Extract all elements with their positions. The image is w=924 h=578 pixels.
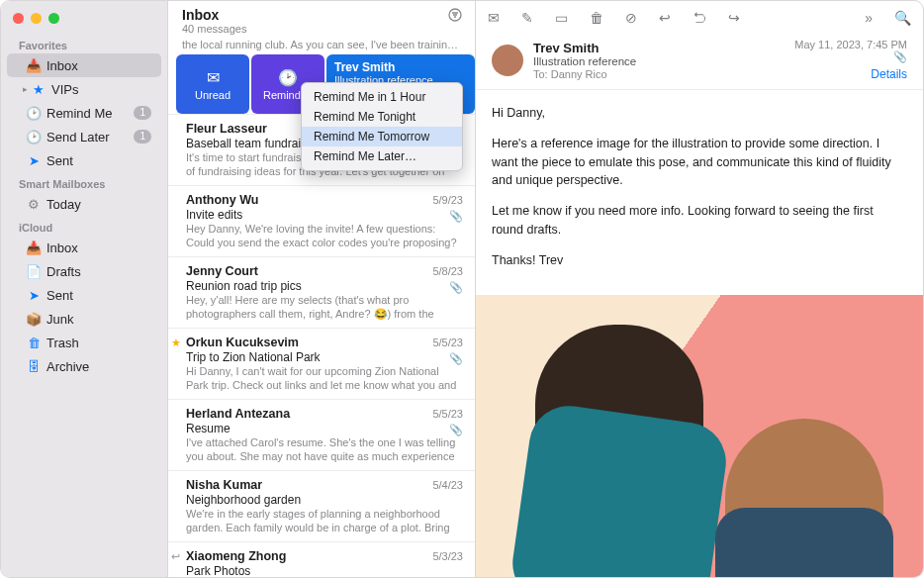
sidebar-item-label: VIPs [47, 82, 151, 97]
sidebar-item-drafts[interactable]: 📄Drafts [7, 259, 161, 283]
quick-action-row: ✉︎ Unread 🕑 Remind M Trev Smith Illustra… [168, 54, 475, 114]
paperclip-icon: 📎 [449, 281, 463, 294]
sidebar-item-inbox[interactable]: 📥Inbox [7, 53, 161, 77]
body-paragraph: Hi Danny, [492, 104, 907, 123]
sidebar-section-smart: Smart Mailboxes [1, 172, 167, 192]
archive-icon[interactable]: ▭ [555, 10, 568, 26]
window-controls [1, 5, 167, 34]
chevron-right-icon: ▸ [23, 84, 28, 94]
menu-item-remind-me-in-hour[interactable]: Remind Me in 1 Hour [302, 87, 462, 107]
count-badge: 1 [134, 130, 151, 144]
unread-tile[interactable]: ✉︎ Unread [176, 54, 249, 114]
truncated-preview: the local running club. As you can see, … [168, 39, 475, 54]
attachment-image[interactable] [476, 295, 923, 577]
message-list-pane: Inbox 40 messages the local running club… [168, 1, 476, 577]
sidebar-item-sent[interactable]: ➤Sent [7, 283, 161, 307]
sidebar-item-archive[interactable]: 🗄Archive [7, 354, 161, 378]
sidebar-item-label: Drafts [43, 264, 151, 279]
menu-item-remind-me-later-[interactable]: Remind Me Later… [302, 146, 462, 166]
more-icon[interactable]: » [865, 10, 873, 26]
sidebar-item-sent[interactable]: ➤Sent [7, 148, 161, 172]
gear-icon: ⚙︎ [25, 197, 43, 212]
sidebar-item-label: Today [43, 197, 151, 212]
sidebar-item-inbox[interactable]: 📥Inbox [7, 236, 161, 259]
junk-icon[interactable]: ⊘ [625, 10, 637, 26]
message-row[interactable]: Herland Antezana5/5/23ResumeI've attache… [168, 399, 475, 470]
sidebar-item-today[interactable]: ⚙︎Today [7, 192, 161, 216]
sidebar-section-favorites: Favorites [1, 34, 167, 53]
row-preview: Hey Danny, We're loving the invite! A fe… [186, 222, 463, 249]
reply-all-icon[interactable]: ⮌ [693, 10, 706, 26]
tray-icon: 📥 [25, 58, 43, 73]
search-icon[interactable]: 🔍 [894, 10, 911, 26]
row-date: 5/9/23 [432, 194, 463, 206]
row-subject: Resume [186, 422, 463, 435]
sidebar: Favorites 📥Inbox▸★VIPs🕑Remind Me1🕑Send L… [1, 1, 168, 577]
forward-icon[interactable]: ↪︎ [728, 10, 740, 26]
clock-icon: 🕑 [278, 68, 298, 87]
sidebar-item-vips[interactable]: ▸★VIPs [7, 77, 161, 101]
trash-icon[interactable]: 🗑 [590, 10, 603, 26]
body-paragraph: Thanks! Trev [492, 251, 907, 270]
paperclip-icon: 📎 [449, 424, 463, 436]
details-link[interactable]: Details [794, 67, 907, 81]
message-body: Hi Danny,Here's a reference image for th… [476, 90, 923, 295]
body-paragraph: Here's a reference image for the illustr… [492, 135, 907, 190]
message-row[interactable]: Nisha Kumar5/4/23Neighborhood gardenWe'r… [168, 470, 475, 541]
sidebar-item-remind-me[interactable]: 🕑Remind Me1 [7, 101, 161, 125]
row-from: Anthony Wu [186, 193, 258, 207]
row-from: Nisha Kumar [186, 478, 262, 492]
avatar [492, 45, 523, 76]
sidebar-item-label: Sent [43, 153, 151, 168]
sidebar-item-label: Inbox [43, 58, 151, 73]
message-header: Trev Smith Illustration reference To: Da… [476, 35, 923, 90]
unread-tile-label: Unread [195, 89, 231, 101]
message-row[interactable]: Anthony Wu5/9/23Invite editsHey Danny, W… [168, 185, 475, 256]
menu-item-remind-me-tomorrow[interactable]: Remind Me Tomorrow [302, 127, 462, 146]
minimize-window-button[interactable] [31, 13, 42, 24]
row-preview: We're in the early stages of planning a … [186, 507, 463, 534]
mailbox-subtitle: 40 messages [182, 23, 246, 35]
row-subject: Neighborhood garden [186, 493, 463, 507]
paperclip-icon: 📎 [449, 352, 463, 365]
list-header: Inbox 40 messages [168, 1, 475, 39]
zoom-window-button[interactable] [48, 13, 59, 24]
sidebar-item-label: Send Later [43, 130, 134, 144]
count-badge: 1 [134, 106, 151, 120]
message-row[interactable]: Jenny Court5/8/23Reunion road trip picsH… [168, 256, 475, 328]
header-date: May 11, 2023, 7:45 PM [794, 39, 907, 50]
sidebar-item-junk[interactable]: 📦Junk [7, 307, 161, 331]
row-from: Herland Antezana [186, 407, 290, 421]
message-row[interactable]: ↩︎Xiaomeng Zhong5/3/23Park PhotosHi Dann… [168, 541, 475, 577]
sidebar-item-label: Junk [43, 312, 151, 327]
clock-icon: 🕑 [25, 106, 43, 121]
body-paragraph: Let me know if you need more info. Looki… [492, 202, 907, 240]
sidebar-item-trash[interactable]: 🗑Trash [7, 331, 161, 354]
row-subject: Park Photos [186, 564, 463, 577]
header-to-row: To: Danny Rico [533, 68, 785, 80]
to-value: Danny Rico [551, 68, 607, 80]
sidebar-item-label: Inbox [43, 241, 151, 255]
box-icon: 📦 [25, 312, 43, 327]
menu-item-remind-me-tonight[interactable]: Remind Me Tonight [302, 107, 462, 127]
row-preview: Hey, y'all! Here are my selects (that's … [186, 293, 463, 321]
reply-icon[interactable]: ↩︎ [659, 10, 671, 26]
selected-from: Trev Smith [334, 60, 467, 74]
sidebar-item-send-later[interactable]: 🕑Send Later1 [7, 125, 161, 148]
row-from: Jenny Court [186, 264, 258, 278]
row-date: 5/8/23 [432, 265, 463, 277]
row-subject: Trip to Zion National Park [186, 350, 463, 364]
row-from: Orkun Kucuksevim [186, 336, 299, 349]
row-preview: Hi Danny, I can't wait for our upcoming … [186, 364, 463, 392]
clock-icon: 🕑 [25, 130, 43, 144]
message-row[interactable]: ★Orkun Kucuksevim5/5/23Trip to Zion Nati… [168, 328, 475, 399]
close-window-button[interactable] [13, 13, 24, 24]
doc-icon: 📄 [25, 264, 43, 279]
toolbar: ✉︎ ✎ ▭ 🗑 ⊘ ↩︎ ⮌ ↪︎ » 🔍 [476, 1, 923, 35]
row-preview: I've attached Carol's resume. She's the … [186, 435, 463, 463]
plane-icon: ➤ [25, 153, 43, 168]
compose-icon[interactable]: ✎ [521, 10, 533, 26]
filter-icon[interactable] [447, 7, 463, 23]
sidebar-section-icloud: iCloud [1, 216, 167, 236]
envelope-icon[interactable]: ✉︎ [488, 10, 500, 26]
